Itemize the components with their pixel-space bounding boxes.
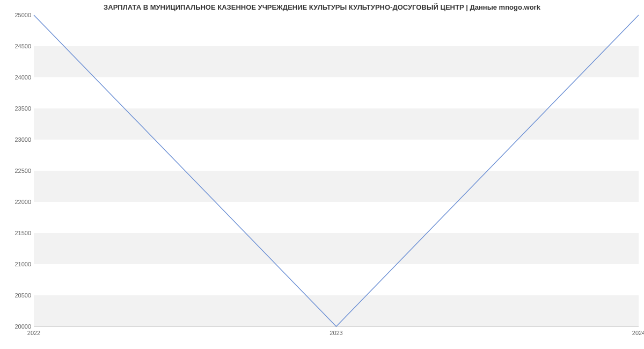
y-tick-label: 21000 [4,261,31,267]
line-layer [34,15,639,326]
y-tick-label: 25000 [4,12,31,18]
plot-area [34,15,639,327]
salary-line-chart: ЗАРПЛАТА В МУНИЦИПАЛЬНОЕ КАЗЕННОЕ УЧРЕЖД… [0,0,644,349]
y-tick-label: 23500 [4,105,31,112]
y-tick-label: 20000 [4,323,31,330]
y-tick-label: 23000 [4,136,31,143]
x-tick-label: 2024 [632,330,644,336]
x-tick-label: 2023 [330,330,342,336]
y-tick-label: 22500 [4,168,31,174]
y-tick-label: 22000 [4,199,31,205]
series-line [34,15,639,326]
chart-title: ЗАРПЛАТА В МУНИЦИПАЛЬНОЕ КАЗЕННОЕ УЧРЕЖД… [0,3,644,11]
x-tick-label: 2022 [27,330,40,336]
y-tick-label: 20500 [4,292,31,299]
y-tick-label: 24500 [4,43,31,49]
y-tick-label: 24000 [4,74,31,81]
y-tick-label: 21500 [4,230,31,236]
